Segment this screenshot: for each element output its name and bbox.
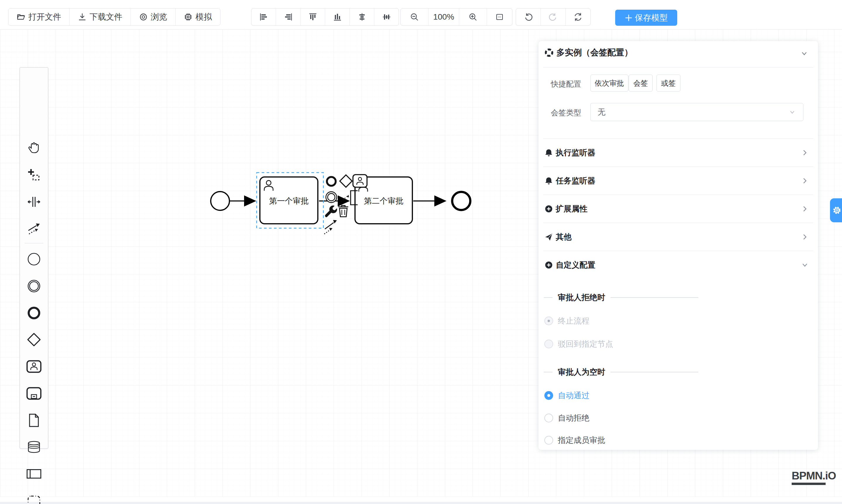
simulate-button[interactable]: 模拟 <box>176 8 220 25</box>
trash-icon[interactable] <box>338 205 348 217</box>
zoom-button-group: 100% <box>400 8 512 26</box>
append-user-task-icon[interactable] <box>353 175 367 187</box>
save-model-button[interactable]: 保存模型 <box>615 10 677 26</box>
save-model-label: 保存模型 <box>635 12 668 23</box>
preview-button[interactable]: 浏览 <box>131 8 176 25</box>
lasso-tool[interactable] <box>25 166 43 183</box>
quick-config-orsign-button[interactable]: 或签 <box>656 75 681 92</box>
hand-tool[interactable] <box>25 139 43 156</box>
panel-title: 多实例（会签配置） <box>556 47 633 58</box>
download-file-button[interactable]: 下载文件 <box>70 8 131 25</box>
zoom-in-button[interactable] <box>459 8 487 25</box>
space-tool[interactable] <box>25 193 43 210</box>
chevron-down-icon[interactable] <box>800 49 809 58</box>
section-other[interactable]: 其他 <box>543 222 813 251</box>
create-end-event[interactable] <box>25 305 43 322</box>
create-start-event[interactable] <box>25 251 43 268</box>
undo-button[interactable] <box>516 8 541 25</box>
align-top-button[interactable] <box>301 8 325 25</box>
properties-panel: 多实例（会签配置） 快捷配置 依次审批 会签 或签 会签类型 无 执行监听器 任… <box>539 41 818 450</box>
preview-label: 浏览 <box>151 12 167 22</box>
create-intermediate-event[interactable] <box>25 277 43 294</box>
participant-pool-icon <box>27 469 41 479</box>
create-sub-process[interactable] <box>25 385 43 402</box>
create-group[interactable] <box>25 493 43 504</box>
section-label: 任务监听器 <box>556 176 595 186</box>
quick-config-countersign-button[interactable]: 会签 <box>629 75 653 92</box>
radio-terminate-process[interactable]: 终止流程 <box>544 317 590 325</box>
quick-config-sequential-button[interactable]: 依次审批 <box>590 75 628 92</box>
sign-type-select[interactable]: 无 <box>590 103 803 121</box>
append-end-event-icon[interactable] <box>327 177 336 186</box>
file-button-group: 打开文件 下载文件 浏览 模拟 <box>8 8 221 26</box>
end-event-node[interactable] <box>452 192 470 210</box>
redo-icon <box>548 12 558 22</box>
connect-icon[interactable] <box>324 220 337 234</box>
space-tool-icon <box>27 195 41 209</box>
open-file-button[interactable]: 打开文件 <box>8 8 70 25</box>
section-label: 扩展属性 <box>556 203 587 214</box>
group-icon <box>27 495 41 504</box>
section-task-listener[interactable]: 任务监听器 <box>543 166 813 195</box>
chevron-down-icon <box>801 260 809 269</box>
section-custom-config[interactable]: 自定义配置 <box>543 251 813 279</box>
plus-circle-icon <box>544 260 553 269</box>
restart-button[interactable] <box>566 8 590 25</box>
create-gateway[interactable] <box>25 331 43 348</box>
user-task-icon <box>27 360 41 373</box>
history-button-group <box>516 8 591 26</box>
append-gateway-icon[interactable] <box>340 175 352 187</box>
approver-reject-title-row: 审批人拒绝时 <box>544 292 813 303</box>
global-connect-tool-icon <box>27 222 41 235</box>
radio-assign-member[interactable]: 指定成员审批 <box>544 436 605 445</box>
radio-auto-pass[interactable]: 自动通过 <box>544 391 590 400</box>
settings-drawer-tab[interactable] <box>830 198 842 222</box>
zoom-out-button[interactable] <box>401 8 428 25</box>
bpmn-designer-app: 打开文件 下载文件 浏览 模拟 <box>0 0 842 504</box>
radio-reject-to-node[interactable]: 驳回到指定节点 <box>544 340 613 348</box>
section-execution-listener[interactable]: 执行监听器 <box>543 138 813 166</box>
create-data-object[interactable] <box>25 412 43 429</box>
cpu-icon <box>184 13 193 21</box>
plus-circle-icon <box>544 204 553 213</box>
gateway-icon <box>27 332 41 347</box>
align-right-icon <box>284 13 293 21</box>
create-data-store[interactable] <box>25 438 43 455</box>
radio-label: 指定成员审批 <box>558 435 605 446</box>
create-user-task[interactable] <box>25 358 43 375</box>
group-title: 审批人拒绝时 <box>558 292 605 303</box>
global-connect-tool[interactable] <box>25 220 43 237</box>
undo-icon <box>524 12 533 22</box>
align-right-button[interactable] <box>276 8 301 25</box>
sub-process-icon <box>27 387 41 400</box>
radio-auto-reject[interactable]: 自动拒绝 <box>544 414 590 422</box>
sign-type-value: 无 <box>598 107 606 117</box>
chevron-right-icon <box>801 148 809 157</box>
task-label: 第一个审批 <box>269 197 309 205</box>
multi-instance-icon <box>544 48 554 57</box>
reset-viewport-button[interactable] <box>487 8 512 25</box>
create-participant-pool[interactable] <box>25 465 43 482</box>
append-intermediate-event-icon[interactable] <box>326 192 337 203</box>
element-palette <box>20 67 48 449</box>
align-center-vertical-button[interactable] <box>374 8 399 25</box>
align-button-group <box>251 8 399 26</box>
align-top-icon <box>309 13 317 21</box>
panel-header[interactable]: 多实例（会签配置） <box>544 47 633 58</box>
start-event-node[interactable] <box>211 192 229 210</box>
align-left-icon <box>259 13 268 21</box>
redo-button[interactable] <box>541 8 566 25</box>
chevron-right-icon <box>801 176 809 185</box>
align-center-horizontal-icon <box>358 13 366 21</box>
radio-icon <box>544 414 553 422</box>
wrench-icon[interactable] <box>325 205 337 217</box>
section-extended-properties[interactable]: 扩展属性 <box>543 195 813 222</box>
align-bottom-button[interactable] <box>325 8 350 25</box>
align-center-horizontal-button[interactable] <box>350 8 374 25</box>
download-icon <box>78 13 87 21</box>
group-title: 审批人为空时 <box>558 367 605 377</box>
reset-viewport-icon <box>495 13 504 21</box>
bell-icon <box>544 176 553 185</box>
align-left-button[interactable] <box>251 8 276 25</box>
user-task-node-1[interactable]: 第一个审批 <box>260 177 318 224</box>
